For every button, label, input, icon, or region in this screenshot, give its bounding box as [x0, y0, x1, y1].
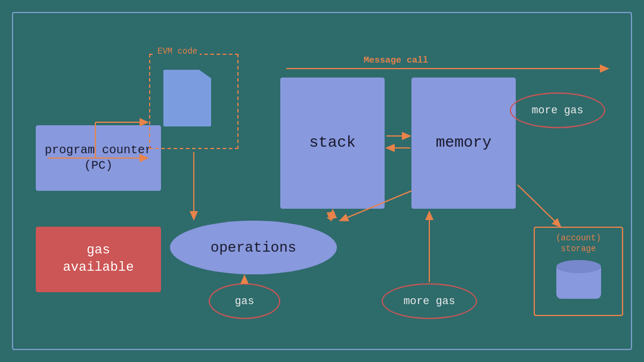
evm-code-label: EVM code [155, 47, 200, 56]
stack-label: stack [309, 133, 355, 153]
account-storage-label: (account)storage [556, 233, 601, 254]
operations-ellipse: operations [170, 221, 337, 274]
gas-available-box: gasavailable [36, 227, 161, 292]
more-gas-right-ellipse: more gas [510, 92, 605, 128]
account-storage-box: (account)storage [534, 227, 623, 316]
memory-label: memory [436, 133, 492, 153]
more-gas-bottom-label: more gas [404, 295, 455, 307]
database-icon [556, 260, 601, 299]
program-counter-box: program counter (PC) [36, 125, 161, 191]
evm-doc-icon [163, 70, 211, 126]
evm-code-box: EVM code [149, 54, 239, 149]
memory-box: memory [411, 78, 516, 209]
gas-label: gas [235, 295, 254, 307]
stack-box: stack [280, 78, 385, 209]
program-counter-label: program counter (PC) [36, 143, 161, 174]
gas-ellipse: gas [209, 283, 280, 319]
more-gas-bottom-ellipse: more gas [382, 283, 477, 319]
more-gas-right-label: more gas [532, 104, 583, 116]
operations-label: operations [210, 240, 296, 256]
gas-available-label: gasavailable [63, 242, 134, 276]
